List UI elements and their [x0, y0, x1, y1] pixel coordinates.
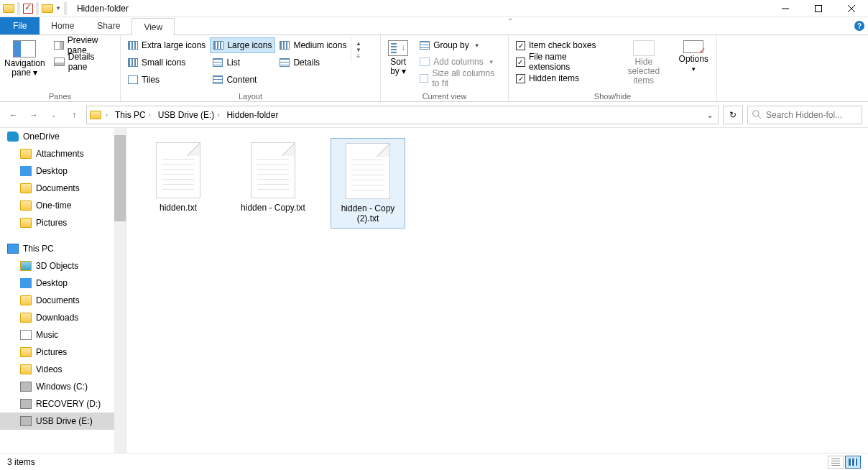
tree-documents[interactable]: Documents: [0, 180, 126, 197]
details-button[interactable]: Details: [277, 55, 349, 70]
extra-large-icons-button[interactable]: Extra large icons: [125, 37, 208, 53]
file-name: hidden - Copy.txt: [241, 203, 305, 213]
sort-by-button[interactable]: Sort by ▾: [385, 37, 411, 76]
medium-icons-button[interactable]: Medium icons: [277, 37, 349, 53]
tree-attachments[interactable]: Attachments: [0, 145, 126, 162]
this-pc-icon: [7, 244, 19, 254]
window-title: Hidden-folder: [77, 4, 129, 14]
address-bar[interactable]: › This PC› USB Drive (E:)› Hidden-folder…: [86, 106, 719, 124]
forward-button[interactable]: →: [26, 107, 42, 123]
tree-videos[interactable]: Videos: [0, 361, 126, 378]
add-columns-button[interactable]: Add columns▼: [417, 54, 504, 70]
hide-selected-button[interactable]: Hide selected items: [618, 37, 669, 86]
navigation-pane-button[interactable]: Navigation pane ▾: [4, 37, 45, 78]
item-checkboxes-toggle[interactable]: Item check boxes: [513, 37, 612, 53]
preview-pane-button[interactable]: Preview pane: [51, 37, 116, 53]
tree-recovery-d[interactable]: RECOVERY (D:): [0, 395, 126, 413]
open-folder-icon[interactable]: [42, 4, 53, 13]
share-tab[interactable]: Share: [86, 17, 131, 34]
close-button[interactable]: [835, 0, 868, 17]
tree-3d-objects[interactable]: 3D Objects: [0, 257, 126, 275]
folder-icon: [3, 4, 14, 13]
tree-onedrive[interactable]: OneDrive: [0, 128, 126, 145]
list-button[interactable]: List: [210, 55, 275, 70]
large-icons-view-button[interactable]: [845, 456, 861, 469]
hidden-items-toggle[interactable]: Hidden items: [513, 70, 612, 86]
view-tab[interactable]: View: [131, 18, 175, 35]
maximize-button[interactable]: [802, 0, 835, 17]
minimize-button[interactable]: [769, 0, 802, 17]
ribbon: Navigation pane ▾ Preview pane Details p…: [0, 34, 868, 102]
currentview-group-label: Current view: [385, 91, 504, 101]
details-view-button[interactable]: [828, 456, 844, 469]
details-pane-button[interactable]: Details pane: [51, 54, 116, 70]
tree-this-pc[interactable]: This PC: [0, 240, 126, 257]
svg-rect-1: [816, 5, 822, 11]
documents-icon: [20, 183, 32, 193]
medium-icons-icon: [280, 41, 290, 50]
folder-icon: [20, 201, 32, 211]
collapse-ribbon-icon[interactable]: ⌃: [507, 17, 513, 34]
quick-access-toolbar: ▼: [0, 2, 70, 15]
tree-desktop-2[interactable]: Desktop: [0, 275, 126, 292]
tree-music[interactable]: Music: [0, 326, 126, 344]
file-list[interactable]: hidden.txt hidden - Copy.txt hidden - Co…: [126, 128, 868, 453]
3d-objects-icon: [20, 261, 32, 271]
recent-locations-button[interactable]: ⌄: [46, 107, 62, 123]
ribbon-tabs: File Home Share View ⌃ ?: [0, 17, 868, 34]
tree-windows-c[interactable]: Windows (C:): [0, 378, 126, 395]
extra-large-icons-icon: [128, 41, 138, 50]
file-extensions-toggle[interactable]: File name extensions: [513, 54, 612, 70]
checkbox-icon: [516, 57, 525, 67]
navigation-bar: ← → ⌄ ↑ › This PC› USB Drive (E:)› Hidde…: [0, 102, 868, 128]
file-item[interactable]: hidden - Copy.txt: [236, 138, 310, 217]
pictures-icon: [20, 347, 32, 357]
file-name: hidden.txt: [160, 203, 197, 213]
pictures-icon: [20, 218, 32, 228]
size-columns-icon: [420, 74, 428, 83]
file-tab[interactable]: File: [0, 17, 40, 34]
options-button[interactable]: Options▼: [675, 37, 712, 74]
tree-downloads[interactable]: Downloads: [0, 309, 126, 326]
tree-pictures[interactable]: Pictures: [0, 214, 126, 231]
address-folder-icon: [90, 111, 101, 119]
tiles-button[interactable]: Tiles: [125, 72, 208, 88]
large-icons-button[interactable]: Large icons: [210, 37, 275, 53]
tree-documents-2[interactable]: Documents: [0, 292, 126, 309]
breadcrumb-drive[interactable]: USB Drive (E:)›: [155, 110, 223, 120]
small-icons-button[interactable]: Small icons: [125, 55, 208, 70]
details-icon: [280, 58, 290, 67]
tree-pictures-2[interactable]: Pictures: [0, 344, 126, 361]
qat-dropdown-icon[interactable]: ▼: [55, 5, 61, 11]
file-item[interactable]: hidden - Copy (2).txt: [331, 138, 405, 229]
back-button[interactable]: ←: [6, 107, 22, 123]
help-button[interactable]: ?: [851, 17, 868, 34]
tree-scrollbar-thumb[interactable]: [114, 135, 126, 221]
search-placeholder: Search Hidden-fol...: [766, 110, 842, 120]
search-input[interactable]: Search Hidden-fol...: [747, 106, 862, 124]
title-bar: ▼ Hidden-folder: [0, 0, 868, 17]
file-name: hidden - Copy (2).txt: [331, 203, 405, 224]
layout-scroll[interactable]: ▲▼≡: [351, 37, 365, 63]
tree-desktop[interactable]: Desktop: [0, 162, 126, 180]
properties-icon[interactable]: [23, 4, 33, 14]
file-item[interactable]: hidden.txt: [141, 138, 216, 217]
tree-onetime[interactable]: One-time: [0, 197, 126, 214]
content-button[interactable]: Content: [210, 72, 275, 88]
breadcrumb-folder[interactable]: Hidden-folder: [223, 110, 281, 120]
tree-usb-drive-e[interactable]: USB Drive (E:): [0, 413, 126, 430]
navigation-tree[interactable]: OneDrive Attachments Desktop Documents O…: [0, 128, 126, 453]
small-icons-icon: [128, 58, 138, 67]
address-history-icon[interactable]: ⌄: [702, 110, 718, 120]
breadcrumb-this-pc[interactable]: This PC›: [112, 110, 154, 120]
list-icon: [213, 58, 223, 67]
size-columns-button[interactable]: Size all columns to fit: [417, 70, 504, 86]
large-icons-icon: [213, 41, 223, 50]
text-file-icon: [346, 143, 390, 199]
up-button[interactable]: ↑: [66, 107, 82, 123]
group-by-icon: [420, 41, 430, 50]
home-tab[interactable]: Home: [40, 17, 86, 34]
group-by-button[interactable]: Group by▼: [417, 37, 504, 53]
refresh-button[interactable]: ↻: [723, 106, 743, 124]
panes-group-label: Panes: [4, 91, 116, 101]
